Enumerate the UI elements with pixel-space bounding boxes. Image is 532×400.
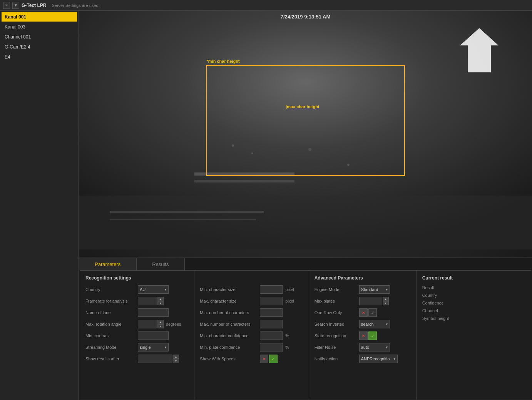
engine-mode-row: Engine Mode Standard Fast Accurate: [315, 285, 411, 294]
one-row-x-btn[interactable]: ✕: [359, 308, 368, 317]
show-spaces-check-btn[interactable]: ✓: [269, 355, 278, 363]
country-row: Country AU: [85, 285, 189, 294]
current-country-label: Country: [422, 293, 457, 298]
svg-rect-8: [79, 196, 532, 249]
min-contrast-row: Min. contrast 50: [85, 331, 189, 340]
max-plates-up[interactable]: ▲: [383, 297, 389, 301]
state-rec-check-btn[interactable]: ✓: [368, 331, 377, 340]
max-rotation-row: Max. rotation angle 25 ▲ ▼ degrees: [85, 320, 189, 328]
result-label: Result: [422, 285, 457, 290]
one-row-toggle: ✕ ✓: [359, 308, 377, 317]
current-result-title: Current result: [422, 275, 525, 281]
max-rotation-label: Max. rotation angle: [85, 322, 136, 326]
min-char-size-unit: pixel: [285, 287, 294, 292]
video-timestamp: 7/24/2019 9:13:51 AM: [281, 14, 331, 20]
country-select[interactable]: AU: [138, 285, 169, 294]
min-contrast-label: Min. contrast: [85, 333, 136, 338]
min-plate-conf-input[interactable]: 40: [260, 343, 283, 351]
show-results-row: Show results after 3 readings ▲ ▼: [85, 355, 189, 363]
one-row-check-btn[interactable]: ✓: [368, 308, 377, 317]
result-row: Result: [422, 285, 525, 290]
framerate-label: Framerate for analysis: [85, 299, 136, 303]
show-results-up[interactable]: ▲: [173, 355, 179, 359]
rotation-spinner-btns: ▲ ▼: [157, 320, 164, 328]
framerate-row: Framerate for analysis 5 ▲ ▼: [85, 297, 189, 305]
sidebar-item-e4[interactable]: E4: [2, 52, 77, 62]
one-row-only-label: One Row Only: [315, 310, 357, 315]
min-contrast-input[interactable]: 50: [138, 331, 169, 340]
minmax-section: spacer Min. character size 8 pixel Max. …: [194, 271, 309, 400]
max-char-size-row: Max. character size 50 pixel: [200, 297, 303, 305]
framerate-up[interactable]: ▲: [157, 297, 164, 301]
tab-results[interactable]: Results: [136, 258, 184, 270]
notify-action-select[interactable]: ANPRecognition: [359, 355, 398, 363]
streaming-mode-select[interactable]: single multi: [138, 343, 169, 351]
max-plates-input[interactable]: 1: [359, 297, 382, 305]
sidebar-item-gcam[interactable]: G-Cam/E2 4: [2, 42, 77, 52]
min-char-conf-unit: %: [285, 333, 289, 338]
show-results-down[interactable]: ▼: [173, 359, 179, 363]
sidebar-item-channel001[interactable]: Channel 001: [2, 32, 77, 42]
sidebar: Kanal 001 Kanal 003 Channel 001 G-Cam/E2…: [0, 11, 79, 400]
min-plate-conf-label: Min. plate confidence: [200, 345, 258, 350]
tab-parameters[interactable]: Parameters: [79, 258, 136, 270]
streaming-mode-row: Streaming Mode single multi: [85, 343, 189, 351]
show-spaces-x-btn[interactable]: ✕: [260, 355, 268, 363]
notify-action-label: Notify action: [315, 356, 357, 361]
close-button[interactable]: ×: [3, 2, 10, 9]
one-row-only-row: One Row Only ✕ ✓: [315, 308, 411, 317]
state-recognition-label: State recognition: [315, 333, 357, 338]
min-char-label: *min char height: [207, 59, 240, 64]
main-layout: Kanal 001 Kanal 003 Channel 001 G-Cam/E2…: [0, 11, 532, 400]
current-result-section: Current result Result Country Confidence: [417, 271, 531, 400]
state-rec-x-btn[interactable]: ✕: [359, 331, 368, 340]
framerate-spinner: 5 ▲ ▼: [138, 297, 164, 305]
tab-spacer: [185, 258, 532, 270]
rotation-spinner: 25 ▲ ▼: [138, 320, 164, 328]
rotation-input[interactable]: 25: [138, 320, 157, 328]
max-plates-down[interactable]: ▼: [383, 301, 389, 305]
sidebar-item-kanal003[interactable]: Kanal 003: [2, 22, 77, 32]
rotation-unit: degrees: [166, 322, 181, 326]
detection-rectangle[interactable]: *min char height |max char height: [206, 65, 405, 176]
max-char-label: |max char height: [286, 104, 319, 109]
show-results-input[interactable]: 3 readings: [138, 355, 172, 363]
rotation-down[interactable]: ▼: [157, 324, 164, 328]
max-plates-btns: ▲ ▼: [383, 297, 389, 305]
framerate-input[interactable]: 5: [138, 297, 157, 305]
min-char-size-input[interactable]: 8: [260, 285, 283, 294]
channel-row: Channel: [422, 308, 525, 313]
rotation-up[interactable]: ▲: [157, 320, 164, 324]
streaming-mode-label: Streaming Mode: [85, 345, 136, 350]
server-settings-label: Server Settings are used:: [52, 3, 99, 8]
lane-name-input[interactable]: Lane: [138, 308, 169, 317]
min-char-conf-input[interactable]: 16: [260, 331, 283, 340]
symbol-height-label: Symbol height: [422, 316, 457, 321]
max-num-chars-input[interactable]: 9: [260, 320, 283, 328]
show-results-label: Show results after: [85, 356, 136, 361]
framerate-down[interactable]: ▼: [157, 301, 164, 305]
max-char-size-unit: pixel: [285, 299, 294, 303]
notify-action-row: Notify action ANPRecognition: [315, 355, 411, 363]
advanced-params-title: Advanced Parameters: [315, 275, 411, 281]
engine-mode-select-wrapper: Standard Fast Accurate: [359, 285, 390, 294]
notify-action-wrapper: ANPRecognition: [359, 355, 398, 363]
min-num-chars-label: Min. number of characters: [200, 310, 258, 315]
channel-label: Channel: [422, 308, 457, 313]
show-spaces-row: Show With Spaces ✕ ✓: [200, 355, 303, 363]
show-results-spinner: 3 readings ▲ ▼: [138, 355, 179, 363]
filter-noise-select[interactable]: auto yes no: [359, 343, 390, 351]
filter-noise-row: Filter Noise auto yes no: [315, 343, 411, 351]
search-inverted-label: Search Inverted: [315, 322, 357, 326]
state-recognition-toggle: ✕ ✓: [359, 331, 377, 340]
min-num-chars-input[interactable]: 4: [260, 308, 283, 317]
sidebar-item-kanal001[interactable]: Kanal 001: [2, 12, 77, 22]
tabs: Parameters Results: [79, 258, 532, 270]
engine-mode-select[interactable]: Standard Fast Accurate: [359, 285, 390, 294]
titlebar-dropdown[interactable]: ▼: [12, 2, 19, 9]
show-results-btns: ▲ ▼: [173, 355, 179, 363]
current-country-row: Country: [422, 293, 525, 298]
search-inverted-select[interactable]: search yes no: [359, 320, 390, 328]
max-char-size-input[interactable]: 50: [260, 297, 283, 305]
min-plate-conf-row: Min. plate confidence 40 %: [200, 343, 303, 351]
